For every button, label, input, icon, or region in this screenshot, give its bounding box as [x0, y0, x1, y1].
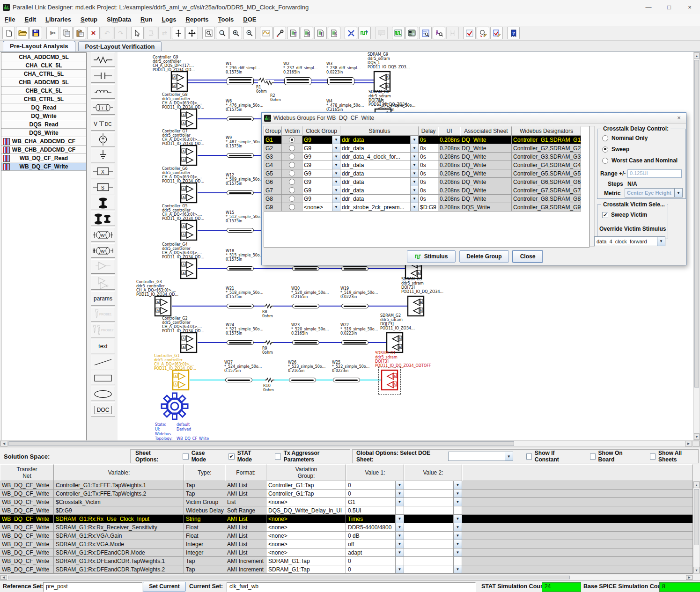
palette-params-button[interactable]: params	[91, 291, 115, 306]
canvas-horizontal-scrollbar[interactable]: ◀ ▶	[0, 440, 700, 447]
value2-cell[interactable]	[404, 532, 454, 540]
global-show-on-board-checkbox[interactable]	[590, 453, 596, 460]
tline-w20[interactable]	[292, 304, 319, 308]
scroll-down-icon[interactable]: ▼	[693, 567, 700, 573]
resistor-r8[interactable]	[264, 303, 273, 310]
variation-group-cell[interactable]: DQS_DQ_Write_Delay_in_UI	[266, 506, 346, 515]
reference-set-field[interactable]: pre_post	[43, 582, 142, 592]
stimulus-button[interactable]: Stimulus	[407, 250, 456, 263]
toolbar-board-viewer-button[interactable]	[405, 27, 418, 39]
menu-reports[interactable]: Reports	[181, 14, 213, 25]
victim-radio[interactable]	[289, 137, 295, 143]
value2-cell[interactable]	[404, 515, 454, 523]
clock-group-cell[interactable]: G9	[302, 169, 332, 178]
value2-cell[interactable]	[404, 540, 454, 548]
tline-g4-1[interactable]	[292, 266, 319, 271]
minimize-button[interactable]: —	[638, 0, 659, 14]
global-show-if-constant-checkbox[interactable]	[526, 453, 532, 460]
sidebar-item-wb_chb_addcmd_cf[interactable]: WB_CHB_ADDCMD_CF	[1, 146, 86, 154]
sidebar-item-wb_dq_cf_write[interactable]: WB_DQ_CF_Write	[1, 162, 86, 171]
chevron-down-icon[interactable]: ▼	[411, 144, 419, 153]
palette-vdc-source-button[interactable]: VDC	[91, 116, 115, 131]
toolbar-select-cursor-button[interactable]	[131, 27, 144, 39]
solution-vertical-scrollbar[interactable]: ▲ ▼	[693, 481, 700, 574]
chevron-down-icon[interactable]: ▼	[411, 161, 419, 169]
toolbar-zoom-area-button[interactable]	[202, 27, 215, 39]
menu-setup[interactable]: Setup	[76, 14, 102, 25]
sheet-options-case-mode-checkbox[interactable]	[183, 453, 189, 460]
widebus-group-row-g1[interactable]: G1G9▼ddr_data▼0s0.208nsDQ_WriteControlle…	[264, 136, 589, 144]
widebus-group-row-g6[interactable]: G6G9▼ddr_data▼0s0.208nsDQ_WriteControlle…	[264, 178, 589, 186]
variation-group-cell[interactable]: <none>	[266, 548, 346, 557]
value1-cell[interactable]: adapt	[346, 548, 396, 557]
palette-capacitor-button[interactable]	[91, 68, 115, 83]
solution-row-3[interactable]: WB_DQ_CF_Write$Crosstalk_VictimVictim Gr…	[0, 498, 693, 506]
widebus-group-row-g3[interactable]: G3G9▼ddr_data_4_clock_for...▼0s0.208nsDQ…	[264, 153, 589, 161]
delete-group-button[interactable]: Delete Group	[459, 250, 509, 263]
sidebar-item-dqs_write[interactable]: DQS_Write	[1, 129, 86, 137]
variation-group-cell[interactable]: <none>	[266, 515, 346, 523]
chevron-down-icon[interactable]: ▼	[454, 515, 462, 523]
widebus-topology-gear-icon[interactable]	[159, 390, 191, 424]
chevron-down-icon[interactable]: ▼	[332, 195, 340, 203]
toolbar-validate-edit-button[interactable]	[477, 27, 489, 39]
menu-tools[interactable]: Tools	[214, 14, 239, 25]
clock-group-cell[interactable]: G9	[302, 195, 332, 203]
widebus-group-row-g4[interactable]: G4G9▼ddr_data▼0s0.208nsDQ_WriteControlle…	[264, 161, 589, 169]
sidebar-item-dq_write[interactable]: DQ_Write	[1, 112, 86, 120]
current-set-field[interactable]: clk_fwd_wb	[227, 582, 476, 592]
controller-g4-component[interactable]: AA	[180, 258, 198, 281]
delay-cell[interactable]: 0s	[419, 186, 438, 195]
chevron-down-icon[interactable]: ▼	[454, 565, 462, 574]
chevron-down-icon[interactable]: ▼	[332, 136, 340, 144]
scroll-right-icon[interactable]: ▶	[686, 575, 693, 580]
chevron-down-icon[interactable]: ▼	[396, 498, 404, 506]
clock-group-cell[interactable]: <none>	[302, 203, 332, 212]
toolbar-save-file-button[interactable]	[29, 27, 42, 39]
variation-group-cell[interactable]: Controller_G1:Tap	[266, 481, 346, 490]
tab-post-layout-verification[interactable]: Post-Layout Verification	[78, 41, 162, 51]
global-show-all-sheets-checkbox[interactable]	[650, 453, 656, 460]
variation-group-cell[interactable]: <none>	[266, 523, 346, 532]
sheet-options-tx-aggressor-parameters-checkbox[interactable]	[275, 453, 281, 460]
scroll-down-icon[interactable]: ▼	[694, 433, 700, 440]
solution-horizontal-scrollbar[interactable]: ◀ ▶	[0, 575, 693, 580]
palette-w-line-button[interactable]: W	[91, 227, 115, 242]
variation-group-cell[interactable]: <none>	[266, 532, 346, 540]
stimulus-cell[interactable]: ddr_data_4_clock_for...	[340, 153, 411, 161]
select-doe-sheet-dropdown[interactable]: ▼	[448, 452, 513, 461]
clock-group-cell[interactable]: G9	[302, 144, 332, 153]
scroll-left-icon[interactable]: ◀	[0, 441, 7, 446]
palette-current-source-button[interactable]	[91, 132, 115, 146]
widebus-group-row-g9[interactable]: G9<none>▼ddr_strobe_2ck_pream...▼$D:G90.…	[264, 203, 589, 212]
value1-cell[interactable]: 0	[346, 481, 396, 490]
menu-doe[interactable]: DOE	[238, 14, 261, 25]
chevron-down-icon[interactable]: ▼	[411, 169, 419, 178]
value1-cell[interactable]: 0	[346, 565, 396, 574]
controller-g1-component[interactable]: AA	[172, 369, 190, 392]
chevron-down-icon[interactable]: ▼	[454, 498, 462, 506]
sidebar-item-dq_read[interactable]: DQ_Read	[1, 103, 86, 112]
value2-cell[interactable]	[404, 506, 454, 515]
palette-line-button[interactable]	[91, 355, 115, 369]
stimulus-cell[interactable]: ddr_data	[340, 161, 411, 169]
value2-cell[interactable]	[404, 490, 454, 498]
toolbar-move-button[interactable]	[185, 27, 198, 39]
widebus-group-row-g8[interactable]: G8G9▼ddr_data▼0s0.208nsDQ_WriteControlle…	[264, 195, 589, 203]
toolbar-text-report-button[interactable]: T	[287, 27, 300, 39]
chevron-down-icon[interactable]: ▼	[332, 169, 340, 178]
override-victim-stimulus-select[interactable]: data_4_clock_forward▼	[594, 236, 665, 246]
toolbar-ibis-report-button[interactable]: I	[314, 27, 327, 39]
clock-group-cell[interactable]: G9	[302, 153, 332, 161]
sidebar-item-wb_cha_addcmd_cf[interactable]: WB_CHA_ADDCMD_CF	[1, 137, 86, 146]
toolbar-sparam-report-button[interactable]: S	[328, 27, 340, 39]
variation-group-cell[interactable]: SDRAM_G1:Tap	[266, 565, 346, 574]
palette-inductor-button[interactable]	[91, 84, 115, 99]
solution-row-9[interactable]: WB_DQ_CF_WriteSDRAM_G1:Rx:DFEandCDR.Mode…	[0, 548, 693, 557]
toolbar-waveform-viewer-button[interactable]	[392, 27, 405, 39]
stimulus-cell[interactable]: ddr_data	[340, 186, 411, 195]
toolbar-validate-button[interactable]	[463, 27, 476, 39]
canvas-vertical-scrollbar[interactable]: ▲ ▼	[693, 52, 700, 440]
value2-cell[interactable]	[404, 481, 454, 490]
chevron-down-icon[interactable]: ▼	[396, 565, 404, 574]
